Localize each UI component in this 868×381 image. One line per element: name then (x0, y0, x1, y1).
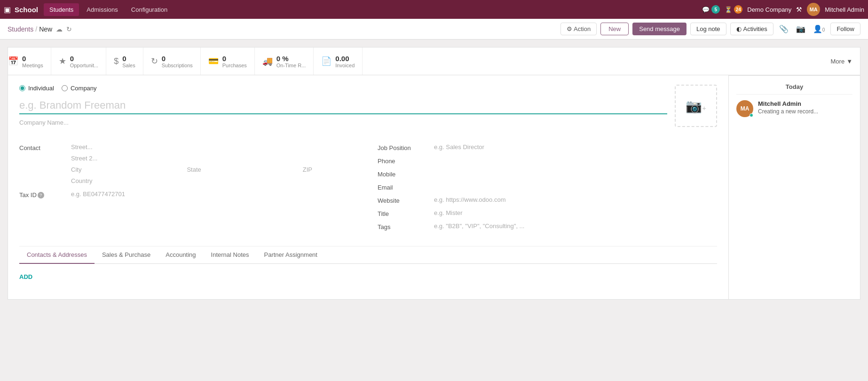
new-button[interactable]: New (600, 23, 629, 35)
settings-icon[interactable]: ⚒ (796, 6, 802, 13)
sales-stat[interactable]: $ 0 Sales (106, 48, 143, 75)
street2-input[interactable] (71, 154, 359, 163)
street-input[interactable] (71, 143, 359, 152)
stats-bar: 📅 0 Meetings ★ 0 Opportunit... $ 0 Sales… (8, 47, 860, 75)
job-position-input[interactable] (434, 143, 717, 152)
invoiced-stat[interactable]: 📄 0.00 Invoiced (314, 48, 363, 75)
chatter-user-name: Mitchell Admin (758, 100, 852, 107)
opportunities-stat[interactable]: ★ 0 Opportunit... (51, 48, 107, 75)
taxid-input[interactable] (71, 190, 359, 199)
purchases-stat[interactable]: 💳 0 Purchases (201, 48, 255, 75)
address-inputs (71, 143, 359, 186)
save-manually-icon[interactable]: ☁ (56, 25, 63, 33)
taxid-label: Tax ID ? (19, 190, 71, 198)
add-button[interactable]: ADD (19, 271, 32, 282)
user-avatar[interactable]: MA (807, 3, 820, 16)
purchases-count: 0 (222, 55, 247, 63)
chatter-item: MA Mitchell Admin Creating a new record.… (736, 100, 852, 117)
activities-button-sub[interactable]: ◐ Activities (730, 23, 773, 35)
photo-upload[interactable]: 📷+ (675, 85, 717, 127)
main-layout: Individual Company 📷+ (8, 75, 860, 300)
ontime-stat[interactable]: 🚚 0 % On-Time R... (255, 48, 314, 75)
taxid-value (71, 190, 359, 199)
meetings-label: Meetings (22, 63, 43, 68)
meetings-icon: 📅 (8, 56, 18, 66)
individual-radio-label[interactable]: Individual (19, 85, 54, 92)
discard-icon[interactable]: ↻ (66, 25, 72, 33)
zip-input[interactable] (303, 165, 359, 175)
tab-internal-notes[interactable]: Internal Notes (204, 246, 257, 264)
subscriptions-count: 0 (162, 55, 193, 63)
email-field-row: Email (378, 182, 717, 191)
mobile-input[interactable] (434, 169, 717, 178)
opportunities-label: Opportunit... (70, 63, 99, 68)
activities-button[interactable]: ⏳ 24 (725, 5, 742, 14)
phone-input[interactable] (434, 156, 717, 165)
company-name[interactable]: Demo Company (747, 6, 791, 13)
breadcrumb-icons: ☁ ↻ (56, 25, 72, 33)
tab-accounting[interactable]: Accounting (158, 246, 203, 264)
purchases-label: Purchases (222, 63, 247, 68)
user-icon-btn[interactable]: 👤0 (811, 23, 827, 35)
chatter-message: Creating a new record... (758, 108, 852, 115)
state-input[interactable] (187, 165, 299, 175)
top-nav-right: 💬 5 ⏳ 24 Demo Company ⚒ MA Mitchell Admi… (702, 3, 864, 16)
company-radio-label[interactable]: Company (62, 85, 97, 92)
main-form-section: Individual Company 📷+ (8, 75, 729, 300)
chat-icon: 💬 (702, 6, 710, 13)
more-button[interactable]: More ▼ (823, 48, 860, 75)
subscriptions-stat[interactable]: ↻ 0 Subscriptions (143, 48, 201, 75)
form-right-column: Job Position Phone Mobile (378, 143, 717, 235)
city-input[interactable] (71, 165, 183, 175)
contact-field-row: Contact (19, 143, 359, 186)
follow-button[interactable]: Follow (830, 23, 860, 35)
sales-label: Sales (122, 63, 135, 68)
brand-name[interactable]: School (15, 6, 38, 14)
breadcrumb-separator: / (35, 25, 37, 33)
company-radio[interactable] (62, 85, 68, 91)
tags-input[interactable] (434, 222, 717, 231)
phone-field-row: Phone (378, 156, 717, 165)
nav-item-configuration[interactable]: Configuration (126, 3, 173, 16)
website-label: Website (378, 195, 434, 204)
nav-item-admissions[interactable]: Admissions (81, 3, 123, 16)
send-message-button[interactable]: Send message (632, 23, 687, 35)
taxid-help-icon[interactable]: ? (38, 192, 44, 198)
breadcrumb-parent[interactable]: Students (8, 25, 33, 33)
chatter-date: Today (736, 83, 852, 95)
title-field-row: Title (378, 208, 717, 218)
nav-item-students[interactable]: Students (44, 3, 79, 16)
camera-icon: 📷+ (686, 98, 706, 114)
form-grid: Contact (19, 143, 717, 235)
chatter-content: Mitchell Admin Creating a new record... (758, 100, 852, 117)
website-input[interactable] (434, 195, 717, 205)
tab-content-area: ADD (19, 264, 717, 290)
meetings-count: 0 (22, 55, 43, 63)
paperclip-icon-btn[interactable]: 📷 (794, 23, 807, 35)
taxid-field-row: Tax ID ? (19, 190, 359, 199)
tab-sales-purchase[interactable]: Sales & Purchase (95, 246, 158, 264)
email-input[interactable] (434, 182, 717, 191)
invoiced-count: 0.00 (335, 55, 355, 63)
meetings-stat[interactable]: 📅 0 Meetings (8, 48, 51, 75)
sales-count: 0 (122, 55, 135, 63)
delivery-icon: 🚚 (262, 56, 273, 66)
company-name-input[interactable] (19, 118, 98, 127)
opportunities-icon: ★ (59, 56, 66, 66)
breadcrumb-current: New (39, 25, 52, 33)
log-note-button[interactable]: Log note (690, 23, 726, 35)
title-input[interactable] (434, 208, 717, 218)
messages-button[interactable]: 💬 5 (702, 5, 720, 14)
ontime-label: On-Time R... (276, 63, 306, 68)
type-selector: Individual Company (19, 85, 667, 92)
individual-radio[interactable] (19, 85, 25, 91)
user-name[interactable]: Mitchell Admin (825, 6, 864, 13)
tab-contacts-addresses[interactable]: Contacts & Addresses (19, 246, 95, 264)
tab-partner-assignment[interactable]: Partner Assignment (257, 246, 325, 264)
tabs-container: Contacts & Addresses Sales & Purchase Ac… (19, 246, 717, 290)
country-input[interactable] (71, 176, 359, 186)
apps-icon[interactable]: ▣ (4, 5, 11, 14)
action-button[interactable]: ⚙ Action (560, 23, 597, 35)
name-input[interactable] (19, 97, 667, 114)
attachment-icon-btn[interactable]: 📎 (777, 23, 790, 35)
